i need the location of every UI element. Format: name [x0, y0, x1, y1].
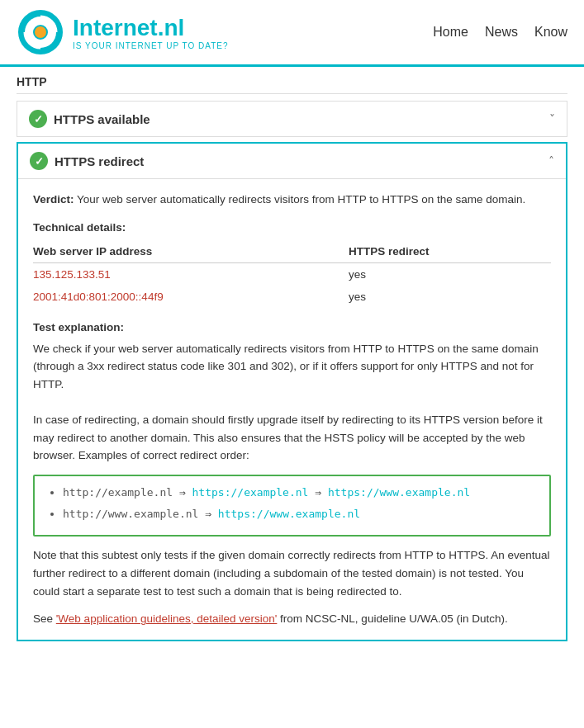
list-item: http://example.nl ⇒ https://example.nl ⇒…: [63, 485, 536, 502]
verdict-label: Verdict:: [33, 193, 74, 206]
chevron-down-icon-https-available: ˅: [549, 112, 555, 125]
table-row: 2001:41d0:801:2000::44f9 yes: [33, 286, 551, 309]
ex2-part1: http://www.example.nl: [63, 508, 198, 520]
nav-home[interactable]: Home: [433, 25, 468, 40]
check-icon-https-available: ✓: [29, 110, 47, 128]
accordion-https-available: ✓ HTTPS available ˅: [17, 101, 567, 137]
explanation-p2: In case of redirecting, a domain should …: [33, 411, 551, 465]
logo-area: Internet.nl IS YOUR INTERNET UP TO DATE?: [17, 8, 229, 56]
accordion-body-https-redirect: Verdict: Your web server automatically r…: [18, 179, 566, 640]
https-redirect-label: HTTPS redirect: [55, 154, 144, 168]
technical-label: Technical details:: [33, 219, 551, 237]
ex2-part2: https://www.example.nl: [218, 508, 360, 520]
nav-know[interactable]: Know: [534, 25, 567, 40]
list-item: http://www.example.nl ⇒ https://www.exam…: [63, 506, 536, 523]
redirect-val-1: yes: [349, 262, 551, 286]
ip-address-2: 2001:41d0:801:2000::44f9: [33, 286, 349, 309]
verdict-text: Your web server automatically redirects …: [77, 193, 525, 206]
verdict-block: Verdict: Your web server automatically r…: [33, 191, 551, 209]
tech-table: Web server IP address HTTPS redirect 135…: [33, 241, 551, 309]
logo-text: Internet.nl IS YOUR INTERNET UP TO DATE?: [73, 15, 229, 50]
ref-prefix: See: [33, 612, 56, 625]
ref-suffix: from NCSC-NL, guideline U/WA.05 (in Dutc…: [277, 612, 507, 625]
accordion-https-redirect: ✓ HTTPS redirect ˄ Verdict: Your web ser…: [17, 142, 567, 641]
example-list: http://example.nl ⇒ https://example.nl ⇒…: [48, 485, 536, 523]
col-header-redirect: HTTPS redirect: [349, 241, 551, 262]
accordion-title-https-redirect: ✓ HTTPS redirect: [30, 152, 144, 170]
accordion-title-https-available: ✓ HTTPS available: [29, 110, 150, 128]
note-block: Note that this subtest only tests if the…: [33, 546, 551, 600]
nav-links: Home News Know: [433, 25, 567, 40]
arrow-icon-1: ⇒: [179, 486, 192, 499]
col-header-ip: Web server IP address: [33, 241, 349, 262]
ip-address-1: 135.125.133.51: [33, 262, 349, 286]
section-label: HTTP: [17, 67, 567, 94]
test-explanation-block: Test explanation: We check if your web s…: [33, 319, 551, 465]
svg-point-2: [34, 26, 47, 39]
logo-icon: [17, 8, 64, 56]
ex1-part1: http://example.nl: [63, 486, 173, 499]
example-box: http://example.nl ⇒ https://example.nl ⇒…: [33, 475, 551, 537]
check-icon-https-redirect: ✓: [30, 152, 48, 170]
note-text: Note that this subtest only tests if the…: [33, 546, 551, 600]
header: Internet.nl IS YOUR INTERNET UP TO DATE?…: [0, 0, 584, 67]
ex1-part2: https://example.nl: [192, 486, 309, 499]
technical-block: Technical details: Web server IP address…: [33, 219, 551, 309]
arrow-icon-3: ⇒: [205, 508, 218, 520]
accordion-header-https-available[interactable]: ✓ HTTPS available ˅: [17, 102, 567, 136]
ex1-part3: https://www.example.nl: [328, 486, 470, 499]
explanation-label: Test explanation:: [33, 319, 551, 337]
arrow-icon-2: ⇒: [315, 486, 328, 499]
nav-news[interactable]: News: [485, 25, 518, 40]
table-row: 135.125.133.51 yes: [33, 262, 551, 286]
logo-tagline: IS YOUR INTERNET UP TO DATE?: [73, 41, 229, 50]
logo-name: Internet.nl: [73, 15, 229, 41]
https-available-label: HTTPS available: [54, 112, 150, 126]
content: HTTP ✓ HTTPS available ˅ ✓ HTTPS redirec…: [0, 67, 584, 663]
redirect-val-2: yes: [349, 286, 551, 309]
accordion-header-https-redirect[interactable]: ✓ HTTPS redirect ˄: [18, 144, 566, 179]
explanation-p1: We check if your web server automaticall…: [33, 340, 551, 394]
chevron-up-icon-https-redirect: ˄: [548, 154, 554, 168]
ref-link[interactable]: 'Web application guidelines, detailed ve…: [56, 612, 278, 625]
ref-block: See 'Web application guidelines, detaile…: [33, 610, 551, 628]
